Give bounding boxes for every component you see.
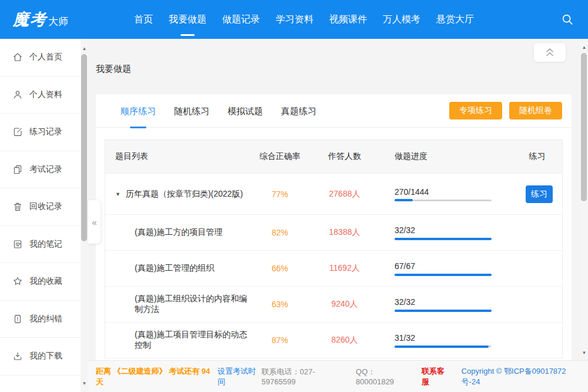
star-icon [12,276,23,287]
sidebar-scrollbar[interactable]: ▲ ▼ [81,39,88,392]
top-navigation-bar: 魔考 大师 首页 我要做题 做题记录 学习资料 视频课件 万人模考 悬赏大厅 [0,0,588,39]
sidebar-item-my-downloads[interactable]: 我的下载 [0,338,81,376]
practice-tabs: 顺序练习 随机练习 模拟试题 真题练习 专项练习 随机组卷 [96,94,572,128]
page-scrollbar[interactable]: ▲ ▼ [580,39,588,360]
table-row: (真题)施工组织设计的内容和编制方法 63% 9240人 32/32 [105,287,562,323]
note-icon [12,239,23,250]
sidebar-item-label: 回收记录 [29,201,62,212]
progress-bar [395,274,492,275]
table-row: (真题)施工项目管理目标的动态控制 87% 8260人 31/32 [105,323,562,358]
table-row: (真题)施工方的项目管理 82% 18388人 32/32 [105,215,562,251]
sidebar-item-label: 个人资料 [29,89,62,100]
column-header-progress: 做题进度 [377,151,512,162]
progress-label: 31/32 [395,333,512,343]
column-header-practice: 练习 [512,151,562,162]
answer-count-value: 27688人 [312,189,377,200]
download-icon [12,351,23,361]
answer-count-value: 9240人 [312,299,377,310]
nav-item-do-questions[interactable]: 我要做题 [169,0,206,39]
scroll-up-arrow-icon[interactable]: ▲ [81,45,88,52]
contact-qq-text: QQ：800001829 [356,367,411,386]
practice-card: 顺序练习 随机练习 模拟试题 真题练习 专项练习 随机组卷 题目列表 综合正确率… [96,94,572,360]
accuracy-value: 63% [248,300,312,309]
scroll-down-arrow-icon[interactable]: ▼ [81,380,88,387]
row-title-text: (真题)施工组织设计的内容和编制方法 [105,294,248,315]
edit-square-icon [12,127,23,137]
scroll-down-arrow-icon[interactable]: ▼ [580,349,588,357]
main-nav: 首页 我要做题 做题记录 学习资料 视频课件 万人模考 悬赏大厅 [134,0,474,39]
row-title-text: (真题)施工管理的组织 [105,263,248,274]
nav-item-mock-exam[interactable]: 万人模考 [383,0,420,39]
progress-cell: 32/32 [377,225,512,240]
alert-icon [12,314,23,324]
scroll-up-arrow-icon[interactable]: ▲ [580,44,588,51]
page-scrollbar-thumb[interactable] [581,53,587,201]
site-logo[interactable]: 魔考 大师 [13,9,68,30]
sidebar-item-label: 个人首页 [29,52,62,62]
row-title-text: (真题)施工项目管理目标的动态控制 [105,330,248,351]
column-header-answer-count: 作答人数 [312,151,377,162]
logo-brand-text: 魔考 [13,9,47,30]
practice-button[interactable]: 练习 [526,185,553,203]
answer-count-value: 11692人 [312,263,377,274]
back-to-top-button[interactable] [534,43,566,62]
logo-suffix-text: 大师 [48,15,68,28]
column-header-accuracy: 综合正确率 [248,151,312,162]
sidebar-item-label: 考试记录 [29,164,62,175]
sidebar: 个人首页 个人资料 练习记录 考试记录 回收记录 我的笔记 我的收藏 我的纠错 … [0,39,81,392]
accuracy-value: 82% [248,228,312,237]
progress-label: 32/32 [395,297,512,307]
sidebar-scrollbar-thumb[interactable] [81,54,87,241]
random-paper-button[interactable]: 随机组卷 [509,102,562,119]
sidebar-item-label: 我的纠错 [29,314,62,324]
tab-real-questions[interactable]: 真题练习 [281,94,316,128]
progress-bar [395,310,492,311]
nav-item-question-records[interactable]: 做题记录 [222,0,260,39]
progress-bar [395,200,492,201]
page-title: 我要做题 [96,64,131,75]
copy-documents-icon [12,164,23,175]
trash-icon [12,201,23,212]
contact-phone-text: 联系电话：027-59765599 [262,367,345,386]
set-exam-time-link[interactable]: 设置考试时间 [218,366,262,387]
nav-item-video-courseware[interactable]: 视频课件 [329,0,367,39]
table-row: ▼ 历年真题（按章节归类)(2022版) 77% 27688人 270/1444… [105,174,562,215]
column-header-question-list: 题目列表 [105,151,248,162]
search-icon[interactable] [560,12,575,27]
sidebar-item-recycle-records[interactable]: 回收记录 [0,188,81,226]
nav-item-reward-hall[interactable]: 悬赏大厅 [436,0,474,39]
row-title-expandable[interactable]: ▼ 历年真题（按章节归类)(2022版) [105,189,248,200]
sidebar-collapse-button[interactable]: « [88,200,101,244]
nav-item-study-materials[interactable]: 学习资料 [276,0,313,39]
answer-count-value: 18388人 [312,227,377,238]
nav-item-home[interactable]: 首页 [134,0,153,39]
sidebar-item-exam-records[interactable]: 考试记录 [0,151,81,189]
progress-label: 67/67 [395,261,512,271]
progress-bar [395,346,492,347]
copyright-text: Copyright © 鄂ICP备09017872号-24 [462,366,579,387]
sidebar-item-label: 练习记录 [29,127,62,137]
footer: 距离 《二级建造师》 考试还有 94天 设置考试时间 联系电话：027-5976… [88,360,588,392]
special-practice-button[interactable]: 专项练习 [449,102,502,119]
tab-sequential-practice[interactable]: 顺序练习 [121,94,156,128]
table-row: (真题)施工管理的组织 66% 11692人 67/67 [105,251,562,287]
accuracy-value: 77% [248,190,312,199]
sidebar-item-practice-records[interactable]: 练习记录 [0,114,81,151]
question-list-table: 题目列表 综合正确率 作答人数 做题进度 练习 ▼ 历年真题（按章节归类)(20… [105,139,563,358]
exam-countdown-text: 距离 《二级建造师》 考试还有 94天 [96,366,213,387]
progress-cell: 31/32 [377,333,512,347]
sidebar-item-profile[interactable]: 个人资料 [0,77,81,114]
accuracy-value: 87% [248,335,312,345]
chevron-left-double-icon: « [92,217,96,227]
chevron-up-double-icon [543,46,557,59]
sidebar-item-label: 我的下载 [29,351,62,361]
sidebar-item-my-favorites[interactable]: 我的收藏 [0,263,81,301]
tab-random-practice[interactable]: 随机练习 [174,94,209,128]
sidebar-item-label: 我的笔记 [29,239,62,250]
sidebar-item-my-corrections[interactable]: 我的纠错 [0,301,81,338]
sidebar-item-my-notes[interactable]: 我的笔记 [0,226,81,264]
caret-down-icon[interactable]: ▼ [115,191,121,197]
contact-support-link[interactable]: 联系客服 [422,366,451,387]
tab-mock-questions[interactable]: 模拟试题 [228,94,263,128]
sidebar-item-personal-home[interactable]: 个人首页 [0,39,81,77]
